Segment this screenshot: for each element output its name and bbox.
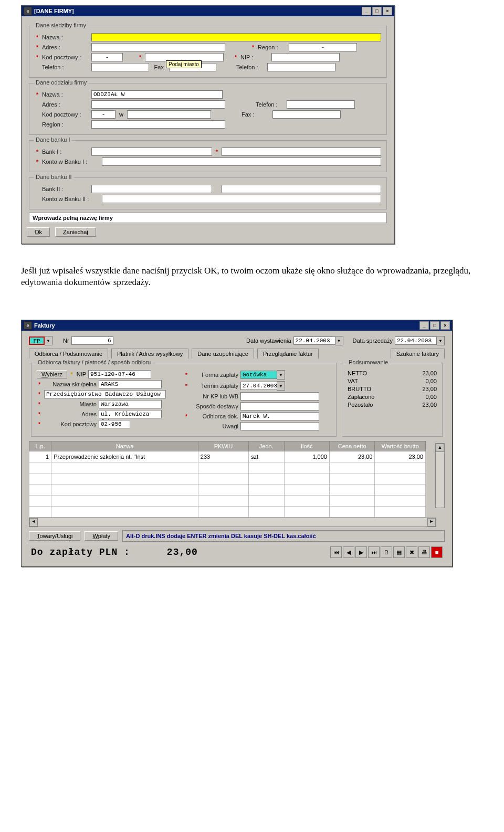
tab-platnik[interactable]: Płatnik / Adres wysyłkowy — [111, 349, 188, 359]
towary-button[interactable]: Towary/Usługi — [29, 531, 80, 541]
ok-button[interactable]: Ok — [27, 227, 50, 237]
minimize-button[interactable]: _ — [362, 7, 371, 15]
col-lp[interactable]: L.p. — [29, 441, 51, 451]
chevron-down-icon[interactable]: ▼ — [277, 370, 285, 380]
sposob-dostawy-input[interactable] — [240, 402, 319, 410]
chevron-down-icon[interactable]: ▼ — [437, 336, 445, 345]
konto1-input[interactable] — [102, 157, 381, 166]
scroll-left-icon[interactable]: ◄ — [29, 518, 38, 526]
adres-input[interactable]: ul. Królewicza Jaku — [99, 410, 162, 418]
wplaty-button[interactable]: Wpłaty — [85, 531, 118, 541]
tab-odbiorca[interactable]: Odbiorca / Podsumowanie — [29, 349, 108, 359]
oddzial-region-input[interactable] — [91, 120, 225, 129]
nazwa-input[interactable] — [91, 33, 381, 41]
close-button[interactable]: × — [440, 321, 450, 330]
tab-dane-uzup[interactable]: Dane uzupełniające — [192, 349, 254, 359]
cell-ilosc[interactable]: 1,000 — [284, 451, 329, 462]
table-row[interactable]: 1 Przeprowadzenie szkolenia nt. "Inst 23… — [29, 451, 426, 462]
label-kod: Kod pocztowy : — [42, 111, 89, 118]
cell-wart[interactable]: 23,00 — [375, 451, 426, 462]
oddzial-miasto-input[interactable] — [127, 110, 211, 119]
oddzial-adres-input[interactable] — [91, 100, 225, 109]
kod-input[interactable]: 02-956 — [99, 420, 130, 428]
app-icon: e — [24, 321, 32, 330]
nr-input[interactable]: 6 — [71, 336, 113, 345]
cell-pkwiu[interactable]: 233 — [198, 451, 248, 462]
label-telefon2: Telefon : — [236, 64, 265, 70]
odbiorca-dok-input[interactable]: Marek W. — [240, 412, 319, 420]
col-cena[interactable]: Cena netto — [329, 441, 374, 451]
horizontal-scrollbar[interactable]: ◄ ► — [29, 518, 436, 527]
chevron-down-icon[interactable]: ▼ — [335, 336, 343, 345]
bank1-extra-input[interactable] — [222, 148, 381, 156]
konto2-input[interactable] — [102, 195, 381, 203]
maximize-button[interactable]: □ — [430, 321, 439, 330]
table-row[interactable] — [29, 462, 426, 473]
bank2-extra-input[interactable] — [222, 185, 381, 193]
cell-cena[interactable]: 23,00 — [329, 451, 374, 462]
maximize-button[interactable]: □ — [372, 7, 382, 15]
chevron-down-icon[interactable]: ▼ — [45, 336, 52, 345]
data-wystawienia-input[interactable]: 22.04.2003 — [293, 336, 335, 345]
stop-icon[interactable]: ■ — [431, 546, 443, 558]
table-row[interactable] — [29, 507, 426, 518]
col-wart[interactable]: Wartość brutto — [375, 441, 426, 451]
nazwa-pelna-input[interactable]: Przedsiębiorstwo Badawczo Usługow — [44, 390, 166, 398]
bank2-input[interactable] — [91, 185, 212, 193]
miasto-input[interactable]: Warszawa — [99, 400, 162, 408]
telefon-input[interactable] — [91, 63, 149, 71]
status-message: Wprowadź pełną nazwę firmy — [29, 213, 387, 223]
termin-zaplaty-input[interactable]: 27.04.2003 — [240, 382, 277, 390]
col-jedn[interactable]: Jedn. — [249, 441, 284, 451]
tab-przegladanie[interactable]: Przeglądanie faktur — [257, 349, 319, 359]
adres-input[interactable] — [91, 43, 225, 51]
required-star: * — [69, 371, 75, 377]
scroll-right-icon[interactable]: ► — [427, 518, 436, 526]
cell-jedn[interactable]: szt — [249, 451, 284, 462]
chevron-down-icon[interactable]: ▼ — [277, 381, 285, 391]
telefon2-input[interactable] — [267, 63, 335, 71]
nip-input[interactable] — [271, 53, 340, 61]
cell-lp[interactable]: 1 — [29, 451, 51, 462]
col-ilosc[interactable]: Ilość — [284, 441, 329, 451]
forma-zaplaty-select[interactable]: Gotówka — [240, 371, 277, 379]
items-grid[interactable]: L.p. Nazwa PKWiU Jedn. Ilość Cena netto … — [29, 441, 426, 518]
oddzial-telefon-input[interactable] — [287, 100, 355, 109]
nrkp-input[interactable] — [240, 392, 319, 401]
close-button[interactable]: × — [383, 7, 392, 15]
new-record-icon[interactable]: 🗋 — [381, 546, 392, 558]
wybierz-button[interactable]: Wybierz — [37, 370, 67, 378]
oddzial-nazwa-input[interactable]: ODDZIAŁ W — [91, 90, 223, 99]
last-record-icon[interactable]: ⏭ — [368, 546, 380, 558]
next-record-icon[interactable]: ▶ — [355, 546, 367, 558]
data-sprzedazy-input[interactable]: 22.04.2003 — [395, 336, 437, 345]
tab-szukanie[interactable]: Szukanie faktury — [391, 349, 445, 359]
col-nazwa[interactable]: Nazwa — [51, 441, 198, 451]
group-bank2: Dane banku II Bank II : Konto w Banku II… — [29, 177, 387, 209]
nazwa-skr-input[interactable]: ARAKS — [99, 380, 162, 388]
delete-icon[interactable]: ✖ — [406, 546, 417, 558]
minimize-button[interactable]: _ — [419, 321, 429, 330]
cell-nazwa[interactable]: Przeprowadzenie szkolenia nt. "Inst — [51, 451, 198, 462]
table-row[interactable] — [29, 485, 426, 496]
grid-icon[interactable]: ▦ — [393, 546, 405, 558]
kod-input[interactable]: - — [91, 53, 123, 61]
nip-input[interactable]: 951-120-87-46 — [88, 370, 151, 378]
table-row[interactable] — [29, 496, 426, 507]
oddzial-kod-input[interactable]: - — [91, 110, 116, 119]
cancel-button[interactable]: Zaniechaj — [55, 227, 96, 237]
doc-type-select[interactable]: FP — [29, 336, 45, 345]
uwagi-input[interactable] — [240, 422, 319, 430]
table-row[interactable] — [29, 473, 426, 485]
scroll-up-icon[interactable]: ▲ — [436, 444, 444, 452]
vertical-scrollbar[interactable]: ▲ — [435, 443, 445, 508]
first-record-icon[interactable]: ⏮ — [330, 546, 342, 558]
oddzial-fax-input[interactable] — [272, 110, 341, 119]
prev-record-icon[interactable]: ◀ — [343, 546, 354, 558]
bank1-input[interactable] — [91, 148, 212, 156]
label-pozostalo: Pozostało — [348, 402, 373, 408]
group-legend: Odbiorca faktury / płatność / sposób odb… — [36, 359, 153, 365]
col-pkwiu[interactable]: PKWiU — [198, 441, 248, 451]
print-icon[interactable]: 🖶 — [418, 546, 430, 558]
regon-input[interactable]: - — [289, 43, 357, 51]
